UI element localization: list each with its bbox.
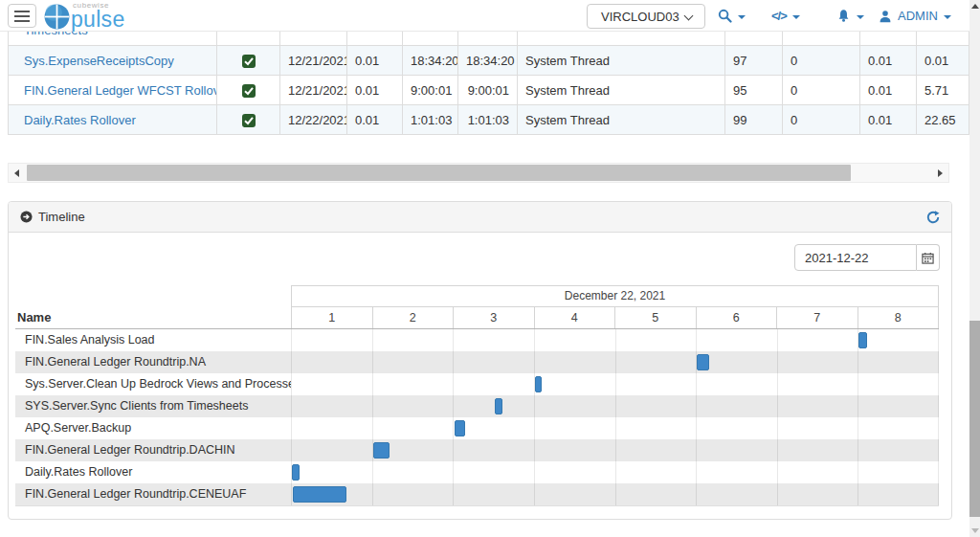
gantt-row: FIN.General Ledger Roundtrip.NA — [15, 351, 939, 373]
enabled-checkbox[interactable] — [242, 55, 256, 68]
gantt-row: FIN.General Ledger Roundtrip.CENEUAF — [15, 483, 939, 505]
cell-date: 12/21/2021 — [280, 46, 347, 76]
gantt-task-name: APQ.Server.Backup — [15, 417, 291, 439]
gantt-bar[interactable] — [373, 442, 390, 459]
gantt-date-header: December 22, 2021 — [291, 285, 939, 307]
gantt-row: Daily.Rates Rollover — [15, 461, 939, 483]
gantt-hour-label: 2 — [372, 307, 454, 328]
vertical-scrollbar[interactable] — [969, 0, 980, 537]
gantt-bar[interactable] — [858, 332, 867, 348]
gantt-row: APQ.Server.Backup — [15, 417, 939, 439]
gantt-hour-label: 4 — [534, 307, 615, 328]
cell-value: 95 — [725, 76, 783, 105]
caret-down-icon — [738, 15, 746, 19]
vertical-scrollbar-thumb[interactable] — [969, 321, 980, 517]
cell-value: 97 — [725, 46, 783, 76]
process-link[interactable]: Timesheets — [24, 32, 209, 37]
table-row-clipped: Timesheets — [9, 32, 969, 46]
admin-label: ADMIN — [898, 9, 938, 23]
gantt-row: Sys.Server.Clean Up Bedrock Views and Pr… — [15, 373, 939, 395]
gantt-task-lane — [291, 395, 939, 417]
refresh-button[interactable] — [926, 211, 940, 224]
pulse-logo-icon — [44, 4, 70, 30]
user-icon — [879, 10, 892, 23]
enabled-checkbox[interactable] — [242, 114, 256, 127]
gantt-bar[interactable] — [535, 376, 543, 392]
process-table-body: Timesheets Sys.ExpenseReceiptsCopy12/21/… — [9, 32, 969, 135]
cell-end-time: 18:34:20 — [458, 46, 518, 76]
gantt-task-name: FIN.General Ledger Roundtrip.NA — [15, 351, 291, 373]
cell-value: 0 — [783, 76, 860, 105]
cell-value: 0.01 — [347, 76, 403, 105]
caret-down-icon — [944, 15, 951, 19]
search-icon — [718, 9, 732, 23]
top-navbar: cubewise pulse VIRCLOUD03 </> — [0, 0, 969, 32]
gantt-task-name: Daily.Rates Rollover — [15, 461, 291, 483]
gantt-hour-label: 6 — [696, 307, 777, 328]
gantt-task-lane — [291, 417, 939, 439]
cell-value: 0.01 — [347, 105, 403, 135]
gantt-body: FIN.Sales Analysis LoadFIN.General Ledge… — [15, 329, 939, 506]
scroll-right-button[interactable] — [932, 164, 948, 182]
calendar-button[interactable] — [917, 244, 940, 271]
gantt-bar[interactable] — [697, 354, 709, 370]
process-link[interactable]: Sys.ExpenseReceiptsCopy — [24, 54, 174, 68]
gantt-hour-label: 8 — [858, 307, 940, 328]
table-row: FIN.General Ledger WFCST Rollover12/21/2… — [9, 76, 969, 105]
caret-down-icon — [792, 15, 800, 19]
caret-down-icon — [857, 15, 864, 19]
notifications-menu[interactable] — [836, 0, 864, 32]
scroll-up-button[interactable] — [971, 4, 979, 9]
scroll-left-button[interactable] — [9, 164, 25, 182]
gantt-task-name: FIN.General Ledger Roundtrip.DACHIN — [15, 439, 291, 461]
gantt-task-name: FIN.General Ledger Roundtrip.CENEUAF — [15, 483, 291, 505]
cell-thread: System Thread — [518, 105, 725, 135]
gantt-hour-label: 5 — [614, 307, 696, 328]
gantt-hour-label: 7 — [776, 307, 858, 328]
server-select[interactable]: VIRCLOUD03 — [587, 4, 705, 29]
cell-thread: System Thread — [518, 46, 725, 76]
cell-date: 12/22/2021 — [280, 105, 347, 135]
gantt-hours-row: 12345678 — [291, 307, 939, 328]
date-input[interactable] — [794, 244, 917, 271]
gantt-bar[interactable] — [495, 398, 502, 414]
scroll-down-button[interactable] — [971, 528, 979, 533]
cell-value: 0.01 — [860, 105, 917, 135]
brand-text: pulse — [71, 9, 124, 31]
arrow-circle-right-icon — [20, 211, 33, 223]
cell-start-time: 9:00:01 — [403, 76, 458, 105]
table-row: Sys.ExpenseReceiptsCopy12/21/20210.0118:… — [9, 46, 969, 76]
timeline-panel: Timeline Decembe — [8, 201, 952, 520]
code-menu[interactable]: </> — [771, 0, 800, 32]
timeline-panel-header: Timeline — [9, 202, 951, 233]
search-menu[interactable] — [718, 0, 746, 32]
cell-value: 0.01 — [860, 46, 917, 76]
process-link[interactable]: FIN.General Ledger WFCST Rollover — [24, 83, 217, 98]
timeline-panel-title: Timeline — [38, 210, 85, 224]
cell-value: 0.01 — [917, 46, 969, 76]
horizontal-scrollbar-thumb[interactable] — [27, 165, 851, 181]
gantt-bar[interactable] — [455, 420, 465, 436]
gantt-hour-label: 3 — [453, 307, 534, 328]
gantt-task-lane — [291, 329, 939, 351]
gantt-hour-label: 1 — [291, 307, 372, 328]
gantt-task-lane — [291, 351, 939, 373]
gantt-bar[interactable] — [292, 464, 301, 481]
gantt-task-lane — [291, 439, 939, 461]
admin-menu[interactable]: ADMIN — [879, 0, 951, 32]
enabled-checkbox[interactable] — [242, 84, 256, 98]
menu-toggle-button[interactable] — [8, 4, 36, 28]
horizontal-scrollbar[interactable] — [8, 163, 949, 183]
gantt-bar[interactable] — [293, 486, 346, 503]
cell-start-time: 1:01:03 — [403, 105, 458, 135]
cell-value: 5.71 — [917, 76, 969, 105]
cell-value: 22.65 — [917, 105, 969, 135]
process-link[interactable]: Daily.Rates Rollover — [24, 113, 136, 127]
bell-icon — [836, 9, 851, 23]
calendar-icon — [922, 252, 934, 264]
table-row: Daily.Rates Rollover12/22/20210.011:01:0… — [9, 105, 969, 135]
server-select-value: VIRCLOUD03 — [601, 10, 679, 24]
gantt-task-name: Sys.Server.Clean Up Bedrock Views and Pr… — [15, 373, 291, 395]
arrow-left-icon — [14, 169, 19, 177]
pulse-logo: cubewise pulse — [44, 2, 124, 31]
